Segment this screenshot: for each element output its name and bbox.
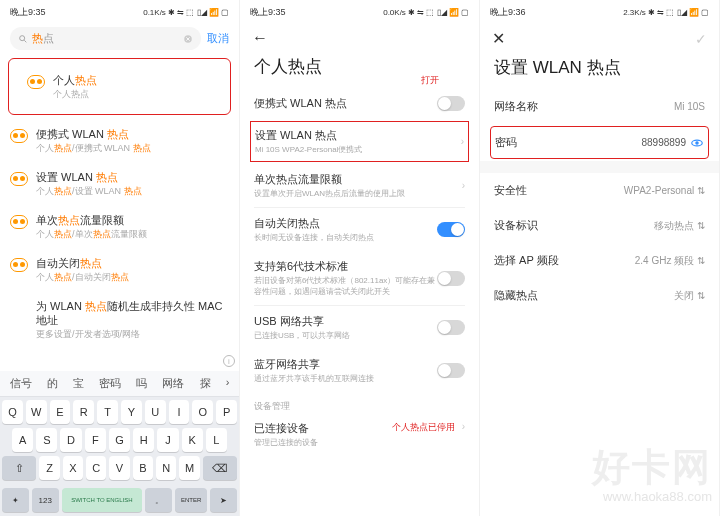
- open-label: 打开: [419, 74, 441, 87]
- chevron-right-icon: ›: [462, 421, 465, 432]
- key-t[interactable]: T: [97, 400, 118, 424]
- numeric-key[interactable]: 123: [32, 488, 59, 512]
- toggle-portable[interactable]: [437, 96, 465, 111]
- search-bar: 热点 取消: [0, 23, 239, 54]
- key-p[interactable]: P: [216, 400, 237, 424]
- key-r[interactable]: R: [73, 400, 94, 424]
- kb-row: ⇧ ZXCVBNM ⌫: [2, 456, 237, 480]
- info-icon[interactable]: i: [223, 355, 235, 367]
- screen-hotspot-main: 晚上9:35 0.0K/s✱ ⇋ ⬚ ▯◢ 📶 ▢ ← 个人热点 打开 便携式 …: [240, 0, 480, 516]
- kb-sugg-item[interactable]: 吗: [135, 376, 148, 391]
- kb-sugg-item[interactable]: 密码: [98, 376, 122, 391]
- search-result[interactable]: 单次热点流量限额 个人热点/单次热点流量限额: [0, 205, 239, 248]
- row-portable-wlan[interactable]: 打开 便携式 WLAN 热点: [240, 88, 479, 119]
- kb-sugg-item[interactable]: 网络: [161, 376, 185, 391]
- result-highlight: 个人热点 个人热点: [8, 58, 231, 115]
- row-wifi6[interactable]: 支持第6代技术标准 若旧设备对第6代技术标准（802.11ax）可能存在兼容性问…: [240, 251, 479, 305]
- key-o[interactable]: O: [192, 400, 213, 424]
- kb-sugg-item[interactable]: 的: [46, 376, 59, 391]
- row-password[interactable]: 密码 88998899: [491, 127, 708, 158]
- screen-set-wlan: 晚上9:36 2.3K/s✱ ⇋ ⬚ ▯◢ 📶 ▢ ✕ ✓ 设置 WLAN 热点…: [480, 0, 720, 516]
- svg-line-1: [24, 40, 26, 42]
- key-f[interactable]: F: [85, 428, 106, 452]
- clear-icon[interactable]: [183, 34, 193, 44]
- screen-search: 晚上9:35 0.1K/s✱ ⇋ ⬚ ▯◢ 📶 ▢ 热点 取消 个人热点 个人热…: [0, 0, 240, 516]
- row-bt-tether[interactable]: 蓝牙网络共享 通过蓝牙共享该手机的互联网连接: [240, 349, 479, 392]
- send-key[interactable]: ➤: [210, 488, 237, 512]
- highlight-set-wlan: 设置 WLAN 热点 Mi 10S WPA2-Personal便携式 ›: [250, 121, 469, 162]
- kb-sugg-item[interactable]: 探: [199, 376, 212, 391]
- key-a[interactable]: A: [12, 428, 33, 452]
- row-auto-off[interactable]: 自动关闭热点 长时间无设备连接，自动关闭热点: [240, 208, 479, 251]
- hotspot-icon: [10, 172, 28, 186]
- key-w[interactable]: W: [26, 400, 47, 424]
- key-i[interactable]: I: [169, 400, 190, 424]
- row-connected-devices[interactable]: 已连接设备 管理已连接的设备 个人热点已停用 ›: [240, 415, 479, 454]
- kb-sugg-item[interactable]: 宝: [72, 376, 85, 391]
- key-d[interactable]: D: [60, 428, 81, 452]
- hotspot-icon: [10, 258, 28, 272]
- key-m[interactable]: M: [179, 456, 199, 480]
- search-result[interactable]: 为 WLAN 热点随机生成非持久性 MAC 地址 更多设置/开发者选项/网络: [0, 291, 239, 348]
- row-usb-tether[interactable]: USB 网络共享 已连接USB，可以共享网络: [240, 306, 479, 349]
- key-k[interactable]: K: [182, 428, 203, 452]
- toggle-usb[interactable]: [437, 320, 465, 335]
- key-j[interactable]: J: [157, 428, 178, 452]
- emoji-key[interactable]: ✦: [2, 488, 29, 512]
- header: ✕ ✓: [480, 23, 719, 54]
- key-q[interactable]: Q: [2, 400, 23, 424]
- search-result[interactable]: 设置 WLAN 热点 个人热点/设置 WLAN 热点: [0, 162, 239, 205]
- lang-switch-key[interactable]: SWITCH TO ENGLISH: [62, 488, 142, 512]
- hotspot-icon: [10, 129, 28, 143]
- search-input[interactable]: 热点: [32, 31, 179, 46]
- kb-row: ASDFGHJKL: [2, 428, 237, 452]
- key-z[interactable]: Z: [39, 456, 59, 480]
- row-data-limit[interactable]: 单次热点流量限额 设置单次开启WLAN热点后流量的使用上限 ›: [240, 164, 479, 207]
- key-y[interactable]: Y: [121, 400, 142, 424]
- shift-key[interactable]: ⇧: [2, 456, 36, 480]
- row-ap-band[interactable]: 选择 AP 频段 2.4 GHz 频段 ⇅: [480, 243, 719, 278]
- key-l[interactable]: L: [206, 428, 227, 452]
- search-box[interactable]: 热点: [10, 27, 201, 50]
- chevron-right-icon: ›: [462, 180, 465, 191]
- backspace-key[interactable]: ⌫: [203, 456, 237, 480]
- row-security[interactable]: 安全性 WPA2-Personal ⇅: [480, 173, 719, 208]
- chevron-right-icon: ›: [461, 136, 464, 147]
- chevron-right-icon[interactable]: ›: [225, 376, 231, 391]
- toggle-wifi6[interactable]: [437, 271, 465, 286]
- toggle-auto-off[interactable]: [437, 222, 465, 237]
- back-button[interactable]: ←: [240, 23, 479, 53]
- key-x[interactable]: X: [63, 456, 83, 480]
- row-network-name[interactable]: 网络名称 Mi 10S: [480, 89, 719, 124]
- key-c[interactable]: C: [86, 456, 106, 480]
- status-icons: 2.3K/s✱ ⇋ ⬚ ▯◢ 📶 ▢: [623, 8, 709, 17]
- search-result[interactable]: 个人热点 个人热点: [17, 65, 222, 108]
- cancel-button[interactable]: 取消: [207, 31, 229, 46]
- key-b[interactable]: B: [133, 456, 153, 480]
- row-device-id[interactable]: 设备标识 移动热点 ⇅: [480, 208, 719, 243]
- status-time: 晚上9:35: [10, 6, 46, 19]
- key-s[interactable]: S: [36, 428, 57, 452]
- key-g[interactable]: G: [109, 428, 130, 452]
- kb-suggestions: 信号 的 宝 密码 吗 网络 探 ›: [0, 371, 239, 397]
- key-u[interactable]: U: [145, 400, 166, 424]
- enter-key[interactable]: ENTER: [175, 488, 207, 512]
- search-result[interactable]: 自动关闭热点 个人热点/自动关闭热点: [0, 248, 239, 291]
- status-bar: 晚上9:35 0.1K/s✱ ⇋ ⬚ ▯◢ 📶 ▢: [0, 0, 239, 23]
- search-result[interactable]: 便携式 WLAN 热点 个人热点/便携式 WLAN 热点: [0, 119, 239, 162]
- key-e[interactable]: E: [50, 400, 71, 424]
- key-n[interactable]: N: [156, 456, 176, 480]
- hotspot-icon: [27, 75, 45, 89]
- key-v[interactable]: V: [109, 456, 129, 480]
- confirm-button[interactable]: ✓: [695, 31, 707, 47]
- eye-icon[interactable]: [690, 136, 704, 150]
- kb-row: QWERTYUIOP: [2, 400, 237, 424]
- status-icons: 0.1K/s✱ ⇋ ⬚ ▯◢ 📶 ▢: [143, 8, 229, 17]
- row-hide-hotspot[interactable]: 隐藏热点 关闭 ⇅: [480, 278, 719, 313]
- key-h[interactable]: H: [133, 428, 154, 452]
- period-key[interactable]: 。: [145, 488, 172, 512]
- close-button[interactable]: ✕: [492, 29, 505, 48]
- row-set-wlan[interactable]: 设置 WLAN 热点 Mi 10S WPA2-Personal便携式 ›: [251, 122, 468, 161]
- toggle-bt[interactable]: [437, 363, 465, 378]
- kb-sugg-item[interactable]: 信号: [9, 376, 33, 391]
